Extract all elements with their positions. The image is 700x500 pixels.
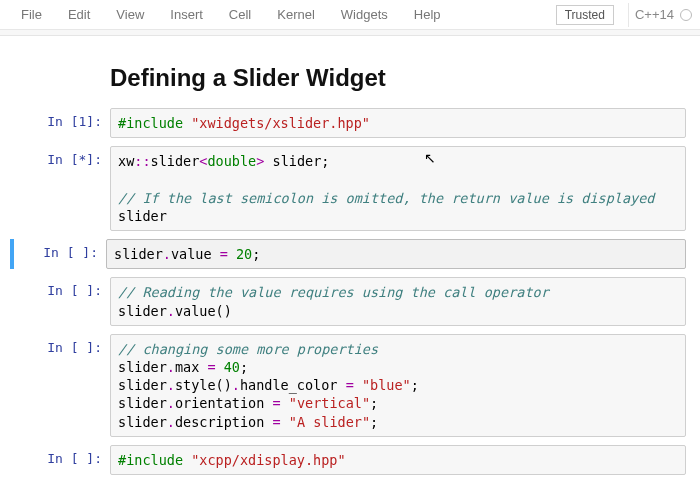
prompt-empty [14,60,110,94]
input-prompt: In [1]: [14,108,110,138]
code-token [216,359,224,375]
section-heading: Defining a Slider Widget [110,60,386,94]
divider [628,3,629,27]
code-input[interactable]: xw::slider<double> slider; // If the las… [110,146,686,231]
code-token: . [167,359,175,375]
code-input[interactable]: #include "xcpp/xdisplay.hpp" [110,445,686,475]
menubar: File Edit View Insert Cell Kernel Widget… [0,0,700,30]
code-token: value() [175,303,232,319]
code-token: slider [118,395,167,411]
menu-kernel[interactable]: Kernel [264,1,328,28]
code-token [281,395,289,411]
code-token: #include [118,115,191,131]
menu-insert[interactable]: Insert [157,1,216,28]
code-token: // Reading the value requires using the … [118,284,549,300]
kernel-name: C++14 [635,7,674,22]
kernel-indicator-icon [680,9,692,21]
code-token: . [167,303,175,319]
code-input[interactable]: // Reading the value requires using the … [110,277,686,325]
menu-edit[interactable]: Edit [55,1,103,28]
code-token: 40 [224,359,240,375]
menu-widgets[interactable]: Widgets [328,1,401,28]
code-cell[interactable]: In [*]:xw::slider<double> slider; // If … [14,146,686,231]
code-token [228,246,236,262]
code-token: slider [118,377,167,393]
code-token: #include [118,452,191,468]
input-prompt: In [ ]: [14,334,110,437]
code-token: = [220,246,228,262]
code-token: 20 [236,246,252,262]
input-prompt: In [*]: [14,146,110,231]
menu-cell[interactable]: Cell [216,1,264,28]
code-token: slider [151,153,200,169]
code-token: = [346,377,354,393]
code-cell[interactable]: In [1]:#include "xwidgets/xslider.hpp" [14,108,686,138]
code-token [354,377,362,393]
code-token: "A slider" [289,414,370,430]
code-token: ; [411,377,419,393]
code-token: slider [118,208,167,224]
input-prompt: In [ ]: [14,277,110,325]
input-prompt: In [ ]: [14,445,110,475]
markdown-cell[interactable]: Defining a Slider Widget [14,60,686,94]
code-token: = [207,359,215,375]
code-cell[interactable]: In [ ]:// Reading the value requires usi… [14,277,686,325]
code-token: :: [134,153,150,169]
code-token: "xcpp/xdisplay.hpp" [191,452,345,468]
code-token: . [163,246,171,262]
code-token: // changing some more properties [118,341,378,357]
code-input[interactable]: // changing some more properties slider.… [110,334,686,437]
code-token: value [171,246,220,262]
code-input[interactable]: #include "xwidgets/xslider.hpp" [110,108,686,138]
code-token: "xwidgets/xslider.hpp" [191,115,370,131]
code-token: max [175,359,208,375]
notebook-container: Defining a Slider Widget In [1]:#include… [0,36,700,475]
code-token: slider [118,303,167,319]
code-token: description [175,414,273,430]
code-token [281,414,289,430]
code-token: orientation [175,395,273,411]
code-token: slider; [264,153,329,169]
code-token: slider [114,246,163,262]
menu-file[interactable]: File [8,1,55,28]
menu-view[interactable]: View [103,1,157,28]
code-cell[interactable]: In [ ]:// changing some more properties … [14,334,686,437]
code-token: ; [252,246,260,262]
code-token: slider [118,414,167,430]
code-token: handle_color [240,377,346,393]
code-token: . [167,395,175,411]
code-token: xw [118,153,134,169]
menubar-left: File Edit View Insert Cell Kernel Widget… [8,1,454,28]
code-token: = [272,395,280,411]
input-prompt: In [ ]: [10,239,106,269]
trusted-button[interactable]: Trusted [556,5,614,25]
code-token: . [167,377,175,393]
code-token: double [207,153,256,169]
code-token: style() [175,377,232,393]
code-token: ; [240,359,248,375]
code-token: slider [118,359,167,375]
code-cell[interactable]: In [ ]:slider.value = 20; [14,239,686,269]
code-cell[interactable]: In [ ]:#include "xcpp/xdisplay.hpp" [14,445,686,475]
code-token: "vertical" [289,395,370,411]
code-token: "blue" [362,377,411,393]
code-token: . [167,414,175,430]
code-token: // If the last semicolon is omitted, the… [118,190,654,206]
code-input[interactable]: slider.value = 20; [106,239,686,269]
menu-help[interactable]: Help [401,1,454,28]
code-token: = [272,414,280,430]
code-token: . [232,377,240,393]
code-token: ; [370,395,378,411]
code-token: ; [370,414,378,430]
